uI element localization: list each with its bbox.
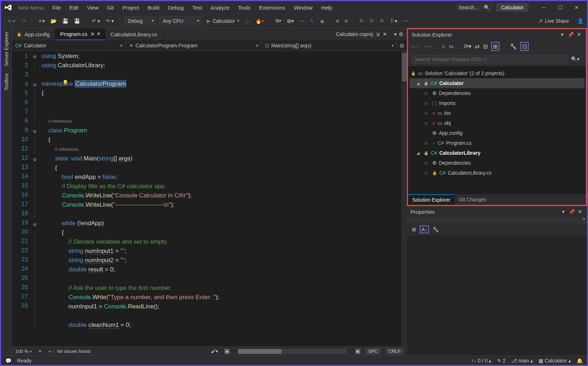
menu-build[interactable]: Build <box>144 3 163 12</box>
alphabetical-icon[interactable]: A↓ <box>420 226 429 233</box>
close-button[interactable]: ✕ <box>568 2 585 13</box>
bookmark-next-icon[interactable]: ⚐ <box>378 17 386 25</box>
lightbulb-icon[interactable]: 💡 <box>62 80 68 85</box>
menu-git[interactable]: Git <box>104 3 117 12</box>
output-icon[interactable]: 💬 <box>5 358 11 364</box>
split-icon[interactable]: ⊟ <box>397 43 407 48</box>
context-method[interactable]: ⊡ Main(string[] args) <box>261 41 397 50</box>
layout-icon[interactable]: ⊞▾ <box>286 17 295 25</box>
tree-row[interactable]: ◢🔒C#Calculator <box>409 78 584 88</box>
search-icon[interactable]: 🔍▾ <box>568 55 582 64</box>
tree-row[interactable]: ▷🔒C#CalculatorLibrary.cs <box>409 168 584 178</box>
tree-row[interactable]: ▷⊘▭obj <box>409 118 584 128</box>
forward-icon[interactable]: ⟶ <box>423 43 431 50</box>
tab-csproj[interactable]: Calculator.csproj ⇲ ✕ <box>331 31 392 37</box>
tab-calclib[interactable]: CalculatorLibrary.cs <box>106 28 163 40</box>
tab-appconfig[interactable]: 🔒 App.config <box>12 28 55 40</box>
collapse-icon[interactable]: ⊟ <box>483 43 488 50</box>
close-tab-icon[interactable]: ✕ <box>383 31 387 37</box>
pin-icon[interactable]: 📌 <box>568 209 575 214</box>
tree-row[interactable]: ⚙App.config <box>409 128 584 138</box>
new-item-icon[interactable]: ✧▾ <box>37 17 46 25</box>
redo-icon[interactable]: ↷ ▾ <box>104 17 115 25</box>
properties-combo[interactable]: ▾ <box>407 217 587 223</box>
minimize-button[interactable]: ─ <box>536 2 552 13</box>
server-explorer-tab[interactable]: Server Explorer <box>4 32 9 66</box>
pin-icon[interactable]: ⇲ <box>90 31 94 36</box>
fold-gutter[interactable]: ⊟│ ⊟││││⊟││⊟││││││⊟│││││││││││ <box>33 51 42 346</box>
properties-icon[interactable]: 🔧 <box>510 43 517 50</box>
open-folder-icon[interactable]: 📂 <box>49 17 58 25</box>
vertical-scrollbar[interactable] <box>401 51 407 346</box>
switch-views-icon[interactable]: ⇆ <box>449 43 454 50</box>
code-content[interactable]: using System;using CalculatorLibrary; na… <box>42 51 407 346</box>
close-panel-icon[interactable]: ✕ <box>577 209 583 214</box>
menu-new[interactable]: New Menu <box>15 3 47 12</box>
live-share-button[interactable]: Live Share <box>545 18 569 24</box>
context-class[interactable]: ✦ CalculatorProgram.Program <box>126 41 261 50</box>
issues-indicator[interactable]: ●✓ No issues found <box>48 349 90 354</box>
tab-git-changes[interactable]: Git Changes <box>455 194 491 205</box>
solution-tree[interactable]: 🔒 ▭ Solution 'Calculator' (2 of 2 projec… <box>408 66 586 194</box>
tree-row[interactable]: ◢🔒C#CalculatorLibrary <box>409 148 584 158</box>
bookmark-icon[interactable]: ⚐ <box>358 17 365 25</box>
cursor-icon[interactable]: ↖ <box>309 17 316 25</box>
notifications-icon[interactable]: 🔔 <box>577 358 583 364</box>
toolbox-tab[interactable]: Toolbox <box>4 73 9 90</box>
tree-row[interactable]: ▷✓C#Program.cs <box>409 138 584 148</box>
menu-analyze[interactable]: Analyze <box>207 3 233 12</box>
menu-debug[interactable]: Debug <box>164 3 187 12</box>
save-all-icon[interactable]: 💾 <box>73 17 81 25</box>
pin-icon[interactable]: ⇲ <box>376 31 380 37</box>
back-icon[interactable]: ⟵ <box>412 43 420 50</box>
live-share-icon[interactable]: ↗ <box>539 18 543 24</box>
run-button[interactable]: ▶ Calculator ▾ <box>205 17 242 25</box>
show-all-icon[interactable]: ⊞ <box>491 42 499 51</box>
toolbar-overflow-icon[interactable]: ⋯ <box>402 17 409 25</box>
panel-dropdown-icon[interactable]: ▾ <box>559 32 565 37</box>
scroll-thumb[interactable] <box>402 53 407 81</box>
refresh-icon[interactable]: ⟳▾ <box>464 43 471 50</box>
rescan-icon[interactable]: ✦ <box>37 348 43 355</box>
tab-program[interactable]: Program.cs ⇲ ✕ <box>55 28 106 40</box>
menu-extensions[interactable]: Extensions <box>255 3 288 12</box>
menu-help[interactable]: Help <box>318 3 336 12</box>
close-tab-icon[interactable]: ✕ <box>97 31 100 36</box>
sync-icon[interactable]: ⇄ <box>475 43 480 50</box>
context-project[interactable]: C# Calculator <box>12 41 126 50</box>
pin-icon[interactable]: 📌 <box>567 32 574 37</box>
extras-icon[interactable]: ⋯ <box>298 17 306 25</box>
browser-icon[interactable]: ⧉▾ <box>274 17 283 25</box>
menu-tools[interactable]: Tools <box>234 3 254 12</box>
hscroll-left[interactable]: ◀ <box>224 349 229 354</box>
tree-row[interactable]: ▷⚙Dependencies <box>409 88 584 98</box>
highlighter-icon[interactable]: 🖌▾ <box>210 348 219 355</box>
hscroll-right[interactable]: ▶ <box>355 349 360 354</box>
zoom-dropdown[interactable]: 100 % ▾ <box>15 349 32 354</box>
format-icon[interactable]: ≣ <box>319 17 326 25</box>
nav-back-button[interactable]: ⟲ ▾ <box>5 17 18 25</box>
menu-view[interactable]: View <box>84 3 102 12</box>
tab-overflow-icon[interactable]: ▾ <box>394 31 397 37</box>
project-indicator[interactable]: ▦ Calculator ▴ <box>539 358 571 364</box>
maximize-button[interactable]: ☐ <box>552 2 568 13</box>
run-no-debug-icon[interactable]: ▷ <box>244 17 251 25</box>
solution-search-input[interactable] <box>412 55 568 64</box>
account-icon[interactable]: 👤 <box>577 18 583 24</box>
line-ending-mode[interactable]: CRLF <box>386 348 403 355</box>
tab-gear-icon[interactable]: ⚙ <box>399 31 403 37</box>
menu-file[interactable]: File <box>49 3 64 12</box>
search-box[interactable]: Search... 🔍 <box>455 3 493 12</box>
tree-solution-root[interactable]: 🔒 ▭ Solution 'Calculator' (2 of 2 projec… <box>409 68 584 78</box>
platform-dropdown[interactable]: Any CPU <box>159 16 202 26</box>
horizontal-scrollbar[interactable] <box>238 349 347 354</box>
tree-row[interactable]: ▷⚙Dependencies <box>409 158 584 168</box>
save-icon[interactable]: 💾 <box>61 17 70 25</box>
property-pages-icon[interactable]: 🔧 <box>431 226 440 233</box>
outdent-icon[interactable]: ≡ <box>343 17 349 25</box>
tab-solution-explorer[interactable]: Solution Explorer <box>408 194 455 205</box>
bookmark-prev-icon[interactable]: ⚐ <box>368 17 376 25</box>
menu-edit[interactable]: Edit <box>66 3 82 12</box>
close-panel-icon[interactable]: ✕ <box>576 32 582 37</box>
menu-window[interactable]: Window <box>290 3 316 12</box>
